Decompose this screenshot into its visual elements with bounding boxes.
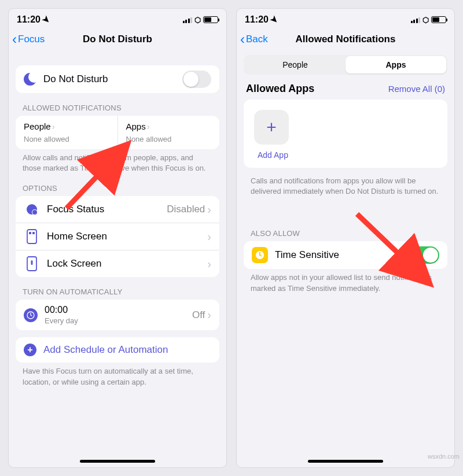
allowed-apps-header: Allowed Apps [246, 83, 314, 95]
nav-bar: ‹ Focus Do Not Disturb [9, 27, 226, 51]
wifi-icon: ⬡ [194, 16, 201, 24]
apps-sub: None allowed [126, 135, 212, 143]
back-label: Back [246, 34, 268, 45]
dnd-label: Do Not Disturb [43, 73, 182, 85]
back-label: Focus [18, 34, 45, 45]
chevron-right-icon: › [207, 308, 211, 322]
moon-icon [24, 73, 36, 86]
chevron-left-icon: ‹ [240, 32, 245, 46]
location-icon: ➤ [269, 13, 281, 26]
focus-status-label: Focus Status [47, 204, 167, 215]
home-indicator[interactable] [80, 460, 155, 463]
location-icon: ➤ [41, 13, 53, 26]
schedule-time: 00:00 [45, 305, 192, 315]
allowed-apps-cell[interactable]: Apps› None allowed [117, 116, 220, 149]
people-sub: None allowed [24, 135, 109, 143]
home-screen-label: Home Screen [47, 231, 207, 242]
add-app-label: Add App [254, 150, 447, 160]
remove-all-link[interactable]: Remove All (0) [388, 84, 445, 94]
page-title: Do Not Disturb [83, 34, 152, 45]
chevron-right-icon: › [207, 230, 211, 243]
section-options: OPTIONS [23, 184, 212, 193]
time-sensitive-icon [252, 247, 268, 263]
back-button[interactable]: ‹ Focus [12, 27, 45, 51]
svg-rect-5 [32, 232, 35, 234]
watermark: wsxdn.com [428, 453, 460, 460]
lock-screen-label: Lock Screen [47, 258, 207, 270]
lock-screen-icon [24, 256, 40, 272]
battery-icon [203, 16, 218, 23]
chevron-right-icon: › [207, 203, 211, 216]
chevron-right-icon: › [207, 257, 211, 271]
schedule-row[interactable]: 00:00 Every day Off › [16, 300, 219, 330]
focus-status-row[interactable]: Focus Status Disabled › [16, 196, 219, 223]
home-indicator[interactable] [308, 460, 383, 463]
segment-apps[interactable]: Apps [346, 56, 446, 73]
focus-status-value: Disabled [167, 204, 205, 215]
status-time: 11:20 ➤ [17, 14, 50, 25]
battery-icon [431, 16, 446, 23]
chevron-right-icon: › [52, 121, 55, 131]
plus-icon: + [266, 117, 277, 137]
status-time: 11:20 ➤ [245, 14, 278, 25]
allowed-people-cell[interactable]: People› None allowed [16, 116, 117, 149]
schedule-sub: Every day [45, 316, 192, 325]
chevron-left-icon: ‹ [12, 32, 17, 46]
dnd-row[interactable]: Do Not Disturb [16, 65, 219, 93]
lock-screen-row[interactable]: Lock Screen › [16, 250, 219, 277]
apps-label: Apps [126, 121, 146, 131]
add-schedule-row[interactable]: + Add Schedule or Automation [16, 337, 219, 363]
dnd-toggle[interactable] [182, 71, 211, 88]
cellular-icon [411, 16, 421, 23]
people-label: People [24, 121, 51, 131]
svg-rect-3 [27, 230, 36, 243]
svg-point-2 [32, 210, 37, 215]
section-auto: TURN ON AUTOMATICALLY [23, 287, 212, 296]
segmented-control: People Apps [244, 55, 447, 75]
svg-rect-7 [31, 260, 33, 265]
add-app-button[interactable]: + [254, 110, 289, 145]
section-allowed: ALLOWED NOTIFICATIONS [23, 104, 212, 112]
segment-people[interactable]: People [245, 56, 346, 73]
focus-status-icon [24, 201, 40, 217]
cellular-icon [183, 16, 193, 23]
time-sensitive-label: Time Sensitive [275, 249, 410, 261]
clock-icon [24, 308, 38, 322]
back-button[interactable]: ‹ Back [240, 27, 268, 51]
svg-rect-4 [29, 232, 31, 234]
status-bar: 11:20 ➤ ⬡ [237, 9, 454, 27]
allowed-footer: Allow calls and notifications from peopl… [23, 153, 212, 174]
add-schedule-label: Add Schedule or Automation [43, 344, 211, 356]
phone-right: 11:20 ➤ ⬡ ‹ Back Allowed Notifications P… [236, 8, 455, 468]
auto-footer: Have this Focus turn on automatically at… [23, 366, 212, 387]
chevron-right-icon: › [147, 121, 150, 131]
home-screen-icon [24, 228, 40, 245]
wifi-icon: ⬡ [422, 16, 429, 24]
time-sensitive-row[interactable]: Time Sensitive [244, 241, 447, 269]
time-sensitive-toggle[interactable] [410, 246, 439, 264]
schedule-value: Off [192, 309, 205, 321]
phone-left: 11:20 ➤ ⬡ ‹ Focus Do Not Disturb Do Not … [8, 8, 227, 468]
plus-circle-icon: + [24, 344, 36, 356]
dnd-card: Do Not Disturb [16, 65, 219, 93]
home-screen-row[interactable]: Home Screen › [16, 223, 219, 250]
status-bar: 11:20 ➤ ⬡ [9, 9, 226, 27]
apps-footer: Calls and notifications from apps you al… [251, 176, 440, 197]
also-footer: Allow apps not in your allowed list to s… [251, 272, 440, 293]
page-title: Allowed Notifications [296, 34, 396, 45]
section-also-allow: ALSO ALLOW [251, 229, 440, 238]
nav-bar: ‹ Back Allowed Notifications [237, 27, 454, 51]
